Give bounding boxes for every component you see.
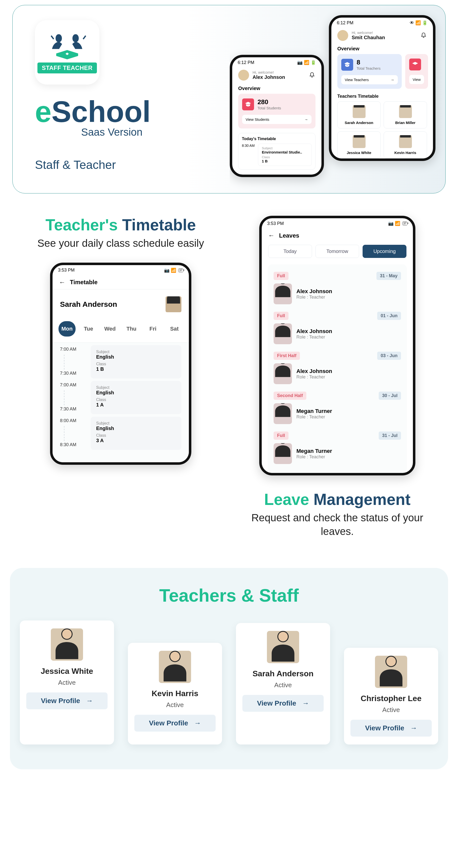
status-icons: 📷 📶 37 — [388, 221, 407, 226]
status-icons: 📷 📶 37 — [164, 268, 184, 273]
leave-item[interactable]: First Half03 - Jun Alex JohnsonRole : Te… — [272, 349, 402, 389]
day-tab-mon[interactable]: Mon — [59, 321, 75, 337]
today-timetable-heading: Today's Timetable — [242, 137, 276, 141]
leave-subheading: Request and check the status of your lea… — [236, 511, 438, 538]
view-link[interactable]: View — [409, 75, 424, 84]
view-profile-button[interactable]: View Profile→ — [351, 720, 432, 737]
app-title: eSchool — [35, 94, 198, 129]
tt-subject: Environmental Studie.. — [262, 150, 308, 154]
students-label: Total Students — [258, 106, 281, 110]
avatar — [51, 628, 83, 661]
leave-date: 31 - Jul — [379, 432, 401, 440]
teacher-card[interactable]: Jessica White — [337, 131, 381, 158]
leave-user-name: Megan Turner — [296, 448, 332, 454]
avatar — [159, 651, 191, 683]
arrow-icon: → — [391, 78, 394, 82]
leave-tab-upcoming[interactable]: Upcoming — [363, 245, 406, 258]
tt-class: 3 A — [96, 438, 176, 443]
arrow-icon: → — [194, 719, 201, 727]
leave-type: Full — [273, 272, 289, 280]
status-time: 6:12 PM — [238, 60, 254, 65]
welcome-label: Hi, welcome! — [352, 31, 385, 35]
teacher-card[interactable]: Kevin Harris — [384, 131, 427, 158]
user-name: Alex Johnson — [253, 74, 285, 80]
leave-user-role: Role : Teacher — [296, 294, 325, 300]
back-icon[interactable]: ← — [268, 231, 274, 239]
leave-date: 01 - Jun — [377, 312, 401, 320]
back-icon[interactable]: ← — [59, 279, 65, 286]
staff-name: Christopher Lee — [351, 694, 432, 703]
timetable-card[interactable]: SubjectEnglish Class1 A — [91, 381, 182, 414]
bell-icon[interactable] — [308, 72, 316, 79]
leave-item[interactable]: Second Half30 - Jul Megan TurnerRole : T… — [272, 389, 402, 429]
avatar[interactable] — [238, 70, 249, 81]
teachers-icon — [341, 59, 353, 71]
avatar — [273, 363, 292, 384]
user-name: Smit Chauhan — [352, 35, 385, 40]
view-students-link[interactable]: View Students→ — [242, 115, 312, 124]
start-time: 7:00 AM — [60, 347, 85, 352]
overview-phone-admin: 6:12 PM👁 📶 🔋 Hi, welcome!Smit Chauhan Ov… — [329, 15, 435, 161]
day-tab-thu[interactable]: Thu — [123, 321, 140, 337]
teachers-staff-section: Teachers & Staff Jessica White Active Vi… — [10, 568, 448, 769]
staff-card: Jessica White Active View Profile→ — [20, 620, 114, 744]
timetable-card[interactable]: SubjectEnglish Class1 B — [91, 345, 182, 378]
teacher-avatar — [166, 297, 182, 312]
leave-heading: Leave Management — [236, 490, 438, 509]
teacher-card[interactable]: Brian Miller — [384, 101, 427, 128]
tt-subject: English — [96, 354, 176, 360]
total-teachers-card[interactable]: 8Total Teachers View Teachers→ — [337, 54, 402, 89]
leave-item[interactable]: Full31 - May Alex JohnsonRole : Teacher — [272, 269, 402, 309]
timetable-row: 7:00 AM7:30 AM SubjectEnglish Class1 B — [60, 345, 182, 378]
leave-user-role: Role : Teacher — [296, 374, 325, 379]
status-time: 6:12 PM — [337, 20, 353, 26]
students-icon — [242, 98, 254, 111]
start-time: 7:00 AM — [60, 382, 85, 388]
leave-item[interactable]: Full31 - Jul Megan TurnerRole : Teacher — [272, 429, 402, 468]
teacher-card[interactable]: Sarah Anderson — [337, 101, 381, 128]
day-tab-tue[interactable]: Tue — [80, 321, 97, 337]
leave-date: 30 - Jul — [379, 392, 401, 400]
avatar[interactable] — [337, 30, 348, 41]
secondary-card[interactable]: View — [405, 54, 428, 89]
staff-name: Jessica White — [26, 666, 107, 676]
leave-item[interactable]: Full01 - Jun Alex JohnsonRole : Teacher — [272, 309, 402, 349]
status-icons: 👁 📶 🔋 — [410, 20, 427, 26]
day-tab-fri[interactable]: Fri — [144, 321, 162, 337]
start-time: 8:00 AM — [60, 418, 85, 423]
avatar — [273, 283, 292, 304]
logo-badge: STAFF TEACHER — [37, 62, 97, 73]
arrow-icon: → — [302, 700, 309, 707]
leave-type: First Half — [273, 352, 300, 360]
end-time: 7:30 AM — [60, 406, 85, 412]
tt-subject: English — [96, 426, 176, 431]
view-profile-button[interactable]: View Profile→ — [242, 695, 324, 712]
teachers-count: 8 — [357, 59, 360, 66]
students-count: 280 — [258, 98, 268, 106]
total-students-card[interactable]: 280Total Students View Students→ — [238, 94, 316, 128]
day-tab-sat[interactable]: Sat — [166, 321, 183, 337]
overview-heading: Overview — [232, 85, 322, 94]
staff-status: Active — [134, 701, 216, 709]
leave-type: Full — [273, 312, 289, 320]
teacher-name: Sarah Anderson — [60, 300, 117, 309]
timetable-row: 8:00 AM8:30 AM SubjectEnglish Class3 A — [60, 416, 182, 450]
timetable-card[interactable]: SubjectEnglish Class3 A — [91, 416, 182, 450]
page-title: Timetable — [70, 279, 98, 286]
view-profile-button[interactable]: View Profile→ — [26, 692, 107, 709]
timetable-subheading: See your daily class schedule easily — [20, 237, 222, 250]
staff-card: Christopher Lee Active View Profile→ — [344, 648, 438, 744]
page-title: Leaves — [279, 232, 299, 239]
day-tab-wed[interactable]: Wed — [101, 321, 119, 337]
arrow-icon: → — [410, 724, 417, 732]
leaves-phone: 3:53 PM📷 📶 37 ← Leaves TodayTomorrowUpco… — [259, 216, 415, 475]
section-title: Teachers & Staff — [18, 585, 440, 606]
view-teachers-link[interactable]: View Teachers→ — [341, 75, 398, 84]
timetable-row: 7:00 AM7:30 AM SubjectEnglish Class1 A — [60, 381, 182, 414]
bell-icon[interactable] — [420, 32, 427, 39]
teachers-label: Total Teachers — [357, 66, 381, 70]
leave-tab-today[interactable]: Today — [268, 245, 312, 258]
leave-tab-tomorrow[interactable]: Tomorrow — [316, 245, 359, 258]
view-profile-button[interactable]: View Profile→ — [134, 715, 216, 732]
status-time: 3:53 PM — [58, 268, 75, 273]
